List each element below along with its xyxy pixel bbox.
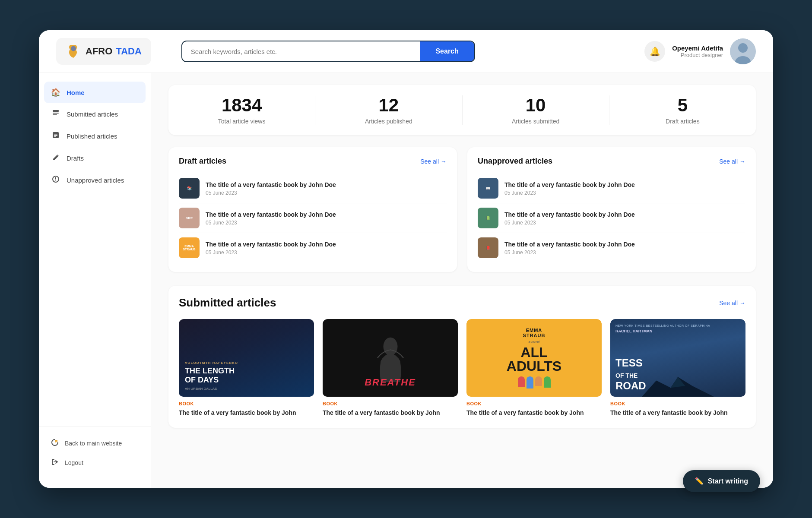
book-cover: NEW YORK TIMES BESTSELLING AUTHOR OF SER… xyxy=(610,319,745,397)
stat-label: Articles submitted xyxy=(463,118,609,125)
unapproved-articles-section: Unapproved articles See all → 📖 xyxy=(467,147,756,272)
book-tag: BOOK xyxy=(179,401,314,406)
book-card[interactable]: EMMASTRAUB a novel ALLADULTS xyxy=(466,319,602,417)
article-info: The title of a very fantastic book by Jo… xyxy=(504,181,745,196)
search-bar[interactable]: Search xyxy=(181,41,475,62)
article-title: The title of a very fantastic book by Jo… xyxy=(504,211,745,218)
stat-drafts: 5 Draft articles xyxy=(609,95,756,125)
published-icon xyxy=(51,131,60,141)
arrow-right-icon: → xyxy=(441,158,447,165)
unapproved-article-item[interactable]: 📗 The title of a very fantastic book by … xyxy=(478,203,745,233)
svg-rect-8 xyxy=(54,135,57,136)
unapproved-article-item[interactable]: 📕 The title of a very fantastic book by … xyxy=(478,233,745,262)
unapproved-icon xyxy=(51,175,60,185)
logout-label: Logout xyxy=(65,459,83,466)
start-writing-button[interactable]: ✏️ Start writing xyxy=(683,470,760,492)
draft-see-all[interactable]: See all → xyxy=(420,158,447,165)
svg-point-14 xyxy=(383,338,397,356)
svg-rect-9 xyxy=(54,136,56,137)
search-input[interactable] xyxy=(182,42,420,61)
book-card[interactable]: NEW YORK TIMES BESTSELLING AUTHOR OF SER… xyxy=(610,319,745,417)
content-area: 1834 Total article views 12 Articles pub… xyxy=(151,73,773,488)
sidebar-item-published[interactable]: Published articles xyxy=(39,125,151,147)
book-cover: BREATHE xyxy=(323,319,458,397)
bell-icon: 🔔 xyxy=(650,46,660,57)
sidebar-back-to-website[interactable]: Back to main website xyxy=(39,433,151,453)
stats-bar: 1834 Total article views 12 Articles pub… xyxy=(168,85,756,135)
back-icon xyxy=(51,439,59,448)
sidebar-item-submitted[interactable]: Submitted articles xyxy=(39,103,151,125)
arrow-right-icon: → xyxy=(739,300,745,306)
article-thumbnail: 📖 xyxy=(478,178,498,199)
book-card[interactable]: VOLODYMYR RAFEYENKO THE LENGTHOF DAYS AN… xyxy=(179,319,314,417)
app-container: AFRO TADA Search 🔔 Opeyemi Adetifa Produ… xyxy=(39,30,773,488)
stat-number: 12 xyxy=(315,95,462,115)
book-cover: VOLODYMYR RAFEYENKO THE LENGTHOF DAYS AN… xyxy=(179,319,314,397)
unapproved-article-item[interactable]: 📖 The title of a very fantastic book by … xyxy=(478,174,745,203)
submitted-icon xyxy=(51,109,60,119)
sidebar-item-drafts[interactable]: Drafts xyxy=(39,147,151,169)
sidebar-item-label: Drafts xyxy=(67,155,84,162)
article-thumbnail: 📕 xyxy=(478,237,498,258)
draft-article-item[interactable]: EMMA STRAUB The title of a very fantasti… xyxy=(179,233,447,262)
book-card[interactable]: BREATHE BOOK The title of a very fantas xyxy=(323,319,458,417)
user-name: Opeyemi Adetifa xyxy=(672,44,723,52)
draft-article-item[interactable]: BRE The title of a very fantastic book b… xyxy=(179,203,447,233)
africa-logo-icon xyxy=(66,43,82,60)
svg-rect-7 xyxy=(54,134,57,135)
article-title: The title of a very fantastic book by Jo… xyxy=(504,240,745,248)
sidebar-item-label: Published articles xyxy=(67,133,117,140)
article-info: The title of a very fantastic book by Jo… xyxy=(206,211,447,226)
unapproved-section-title: Unapproved articles xyxy=(478,157,552,166)
book-title: The title of a very fantastic book by Jo… xyxy=(466,409,602,417)
article-info: The title of a very fantastic book by Jo… xyxy=(206,240,447,256)
stat-total-views: 1834 Total article views xyxy=(168,95,315,125)
book-title: The title of a very fantastic book by Jo… xyxy=(179,409,314,417)
stat-label: Draft articles xyxy=(609,118,756,125)
article-info: The title of a very fantastic book by Jo… xyxy=(206,181,447,196)
article-date: 05 June 2023 xyxy=(206,220,447,226)
sidebar-item-label: Home xyxy=(67,89,85,96)
sidebar-logout[interactable]: Logout xyxy=(39,453,151,472)
draft-section-title: Draft articles xyxy=(179,157,226,166)
article-title: The title of a very fantastic book by Jo… xyxy=(206,240,447,248)
start-writing-label: Start writing xyxy=(708,477,748,485)
stat-published: 12 Articles published xyxy=(315,95,462,125)
article-date: 05 June 2023 xyxy=(504,190,745,196)
search-button[interactable]: Search xyxy=(420,41,474,61)
svg-point-12 xyxy=(55,180,56,181)
article-info: The title of a very fantastic book by Jo… xyxy=(504,240,745,256)
article-thumbnail: 📚 xyxy=(179,178,200,199)
article-date: 05 June 2023 xyxy=(206,190,447,196)
draft-article-item[interactable]: 📚 The title of a very fantastic book by … xyxy=(179,174,447,203)
user-info: Opeyemi Adetifa Product designer xyxy=(672,44,723,58)
svg-rect-11 xyxy=(55,177,56,180)
stat-number: 5 xyxy=(609,95,756,115)
logout-icon xyxy=(51,458,59,467)
logo-afro-text: AFRO xyxy=(86,46,112,57)
article-date: 05 June 2023 xyxy=(504,220,745,226)
notification-button[interactable]: 🔔 xyxy=(644,41,665,62)
stat-number: 10 xyxy=(463,95,609,115)
svg-rect-4 xyxy=(53,113,59,114)
main-layout: 🏠 Home Submitted articles Published arti… xyxy=(39,73,773,488)
article-thumbnail: EMMA STRAUB xyxy=(179,237,200,258)
article-title: The title of a very fantastic book by Jo… xyxy=(504,181,745,189)
submitted-see-all[interactable]: See all → xyxy=(719,300,745,306)
two-col-sections: Draft articles See all → 📚 The title of … xyxy=(168,147,756,272)
book-tag: BOOK xyxy=(466,401,602,406)
sidebar-item-home[interactable]: 🏠 Home xyxy=(44,82,146,103)
avatar xyxy=(730,38,756,64)
stat-label: Articles published xyxy=(315,118,462,125)
svg-point-1 xyxy=(738,43,748,53)
book-tag: BOOK xyxy=(323,401,458,406)
stat-number: 1834 xyxy=(168,95,315,115)
logo-tada-text: TADA xyxy=(116,46,141,57)
book-cover: EMMASTRAUB a novel ALLADULTS xyxy=(466,319,602,397)
pencil-icon: ✏️ xyxy=(695,477,704,485)
sidebar-item-unapproved[interactable]: Unapproved articles xyxy=(39,169,151,191)
sidebar-nav: 🏠 Home Submitted articles Published arti… xyxy=(39,82,151,426)
unapproved-see-all[interactable]: See all → xyxy=(719,158,745,165)
sidebar-bottom: Back to main website Logout xyxy=(39,426,151,479)
home-icon: 🏠 xyxy=(51,88,60,97)
